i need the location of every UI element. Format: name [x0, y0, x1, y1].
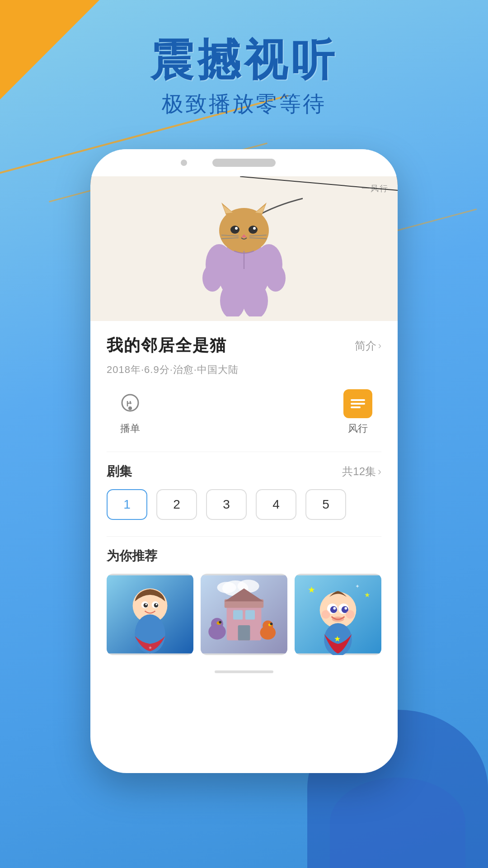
episodes-count-link[interactable]: 共12集 ›: [342, 464, 381, 479]
divider-2: [107, 536, 381, 537]
bg-wave-decoration-2: [330, 778, 465, 868]
show-meta: 2018年·6.9分·治愈·中国大陆: [107, 363, 381, 377]
phone-speaker: [212, 159, 276, 167]
episodes-chevron-icon: ›: [378, 465, 381, 478]
header-area: 震撼视听 极致播放零等待: [0, 36, 488, 118]
rec-item-1[interactable]: ★: [107, 574, 193, 655]
svg-point-33: [145, 604, 147, 605]
episodes-header: 剧集 共12集 ›: [107, 463, 381, 480]
main-title: 震撼视听: [0, 36, 488, 84]
svg-text:✦: ✦: [355, 584, 360, 589]
svg-rect-44: [245, 610, 255, 619]
content-area: 我的邻居全是猫 简介 › 2018年·6.9分·治愈·中国大陆 播单: [90, 321, 398, 664]
intro-chevron-icon: ›: [378, 340, 381, 352]
svg-rect-25: [351, 406, 361, 408]
svg-point-66: [322, 610, 330, 618]
svg-point-7: [219, 208, 269, 253]
phone-home-bar: [90, 664, 398, 681]
rec-header: 为你推荐: [107, 547, 381, 565]
episode-btn-4[interactable]: 4: [256, 489, 296, 520]
cat-illustration: [185, 181, 303, 316]
svg-point-13: [249, 226, 258, 234]
svg-text:★: ★: [308, 585, 315, 594]
episode-btn-2[interactable]: 2: [156, 489, 197, 520]
svg-point-14: [235, 227, 238, 230]
svg-point-2: [202, 264, 222, 292]
svg-rect-23: [351, 399, 365, 401]
sub-title: 极致播放零等待: [0, 90, 488, 118]
episodes-total: 共12集: [342, 464, 376, 479]
intro-label: 简介: [355, 339, 376, 353]
episode-btn-3[interactable]: 3: [206, 489, 247, 520]
rec-item-3[interactable]: ★ ★ ✦: [295, 574, 381, 655]
fengxing-icon: [343, 389, 372, 418]
phone-mockup: 一风行: [90, 149, 398, 773]
rec-item-2[interactable]: [201, 574, 287, 655]
home-indicator: [215, 670, 273, 673]
svg-point-58: [320, 592, 357, 628]
episodes-list: 1 2 3 4 5: [107, 489, 381, 520]
svg-rect-24: [351, 403, 365, 405]
svg-text:★: ★: [334, 634, 341, 643]
episodes-label: 剧集: [107, 463, 132, 480]
fengxing-label: 风行: [348, 422, 368, 435]
playlist-icon: [116, 389, 145, 418]
intro-link[interactable]: 简介 ›: [355, 339, 381, 353]
svg-point-49: [219, 621, 221, 623]
divider-1: [107, 452, 381, 452]
episode-btn-5[interactable]: 5: [305, 489, 346, 520]
action-row: 播单 风行: [107, 389, 381, 435]
svg-point-22: [128, 406, 132, 410]
video-area[interactable]: 一风行: [90, 176, 398, 321]
svg-point-67: [346, 610, 354, 618]
svg-point-63: [333, 607, 336, 610]
rec-list: ★: [107, 574, 381, 655]
playlist-button[interactable]: 播单: [116, 389, 145, 435]
video-thumbnail: 一风行: [90, 176, 398, 321]
svg-point-12: [230, 226, 239, 234]
svg-point-61: [330, 606, 337, 613]
svg-rect-43: [233, 610, 243, 619]
svg-text:★: ★: [364, 591, 370, 599]
svg-point-39: [217, 582, 236, 593]
fengxing-button[interactable]: 风行: [343, 389, 372, 435]
svg-rect-45: [238, 625, 250, 641]
episode-btn-1[interactable]: 1: [107, 489, 147, 520]
phone-top-bar: [90, 149, 398, 176]
title-row: 我的邻居全是猫 简介 ›: [107, 335, 381, 357]
phone-camera: [181, 160, 187, 166]
svg-point-53: [270, 623, 273, 625]
svg-point-15: [253, 227, 256, 230]
svg-text:★: ★: [148, 645, 152, 650]
svg-point-65: [332, 617, 344, 622]
svg-point-34: [155, 604, 157, 605]
show-title: 我的邻居全是猫: [107, 335, 227, 357]
svg-point-4: [266, 264, 286, 292]
playlist-label: 播单: [120, 422, 140, 435]
svg-point-64: [344, 607, 347, 610]
svg-point-51: [263, 620, 273, 631]
